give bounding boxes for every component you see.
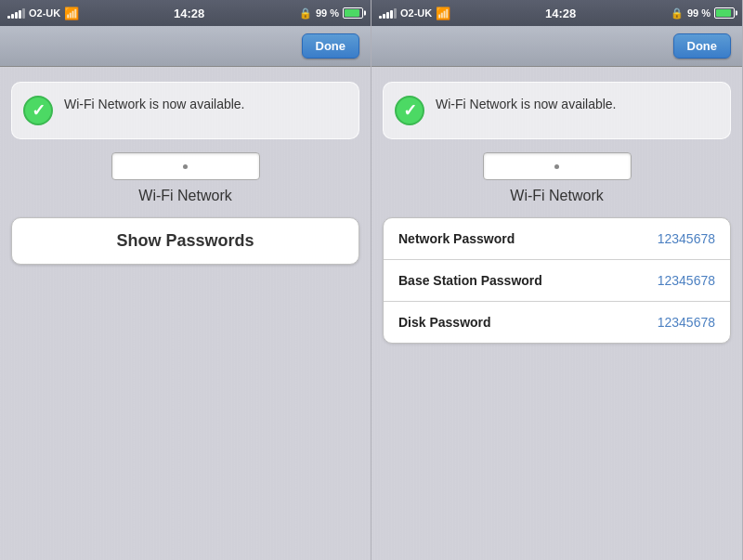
signal-bar-r4 xyxy=(390,10,393,19)
input-dot-right xyxy=(554,164,559,169)
success-text-right: Wi-Fi Network is now available. xyxy=(436,96,617,114)
show-passwords-button[interactable]: Show Passwords xyxy=(11,217,359,265)
signal-bar-1 xyxy=(7,16,10,19)
status-left-left: O2-UK 📶 xyxy=(7,7,79,20)
status-right-left: 🔒 99 % xyxy=(299,7,363,20)
checkmark-left xyxy=(23,96,53,125)
network-password-label: Network Password xyxy=(398,231,515,246)
signal-bar-2 xyxy=(11,14,14,19)
signal-bars-right xyxy=(379,7,397,19)
lock-icon-left: 🔒 xyxy=(299,7,312,20)
time-right: 14:28 xyxy=(545,7,576,20)
checkmark-right xyxy=(395,96,424,125)
network-input-right[interactable] xyxy=(483,152,632,180)
signal-bar-r2 xyxy=(383,14,385,19)
carrier-left: O2-UK xyxy=(29,7,60,19)
signal-bars-left xyxy=(7,7,25,19)
password-list: Network Password 12345678 Base Station P… xyxy=(383,217,731,344)
table-row: Disk Password 12345678 xyxy=(384,302,730,343)
nav-bar-right: Done xyxy=(372,26,742,67)
disk-password-label: Disk Password xyxy=(398,315,491,330)
signal-bar-5 xyxy=(22,8,25,19)
base-station-password-value: 12345678 xyxy=(658,273,715,288)
content-left: Wi-Fi Network is now available. Wi-Fi Ne… xyxy=(0,67,371,560)
battery-left xyxy=(343,7,363,19)
status-right-right: 🔒 99 % xyxy=(671,7,735,20)
success-card-left: Wi-Fi Network is now available. xyxy=(11,82,359,139)
input-dot-left xyxy=(183,164,188,169)
done-button-right[interactable]: Done xyxy=(673,33,732,59)
signal-bar-r1 xyxy=(379,16,382,19)
lock-icon-right: 🔒 xyxy=(671,7,684,20)
battery-percent-right: 99 % xyxy=(687,7,710,19)
battery-fill-left xyxy=(345,9,359,17)
time-left: 14:28 xyxy=(174,7,204,20)
signal-bar-3 xyxy=(15,12,18,19)
content-right: Wi-Fi Network is now available. Wi-Fi Ne… xyxy=(372,67,742,560)
battery-fill-right xyxy=(716,9,731,17)
base-station-password-label: Base Station Password xyxy=(398,273,542,288)
nav-bar-left: Done xyxy=(0,26,371,67)
status-bar-left: O2-UK 📶 14:28 🔒 99 % xyxy=(0,0,371,26)
status-left-right: O2-UK 📶 xyxy=(379,7,450,20)
success-text-left: Wi-Fi Network is now available. xyxy=(64,96,245,114)
wifi-icon-left: 📶 xyxy=(64,7,79,20)
done-button-left[interactable]: Done xyxy=(302,33,360,59)
panel-right: O2-UK 📶 14:28 🔒 99 % Done Wi-Fi Network … xyxy=(372,0,743,560)
disk-password-value: 12345678 xyxy=(658,315,715,330)
table-row: Network Password 12345678 xyxy=(384,218,730,260)
success-card-right: Wi-Fi Network is now available. xyxy=(383,82,731,139)
status-bar-right: O2-UK 📶 14:28 🔒 99 % xyxy=(372,0,742,26)
battery-percent-left: 99 % xyxy=(316,7,339,19)
network-name-left: Wi-Fi Network xyxy=(138,188,231,204)
network-input-left[interactable] xyxy=(111,152,260,180)
panel-left: O2-UK 📶 14:28 🔒 99 % Done Wi-Fi Network … xyxy=(0,0,372,560)
carrier-right: O2-UK xyxy=(400,7,432,19)
table-row: Base Station Password 12345678 xyxy=(384,260,730,302)
wifi-icon-right: 📶 xyxy=(436,7,450,20)
signal-bar-4 xyxy=(19,10,21,19)
network-input-container-left: Wi-Fi Network xyxy=(11,152,359,204)
network-password-value: 12345678 xyxy=(658,231,715,246)
network-input-container-right: Wi-Fi Network xyxy=(383,152,731,204)
signal-bar-r5 xyxy=(394,8,397,19)
network-name-right: Wi-Fi Network xyxy=(510,188,603,204)
signal-bar-r3 xyxy=(386,12,389,19)
battery-right xyxy=(714,7,735,19)
